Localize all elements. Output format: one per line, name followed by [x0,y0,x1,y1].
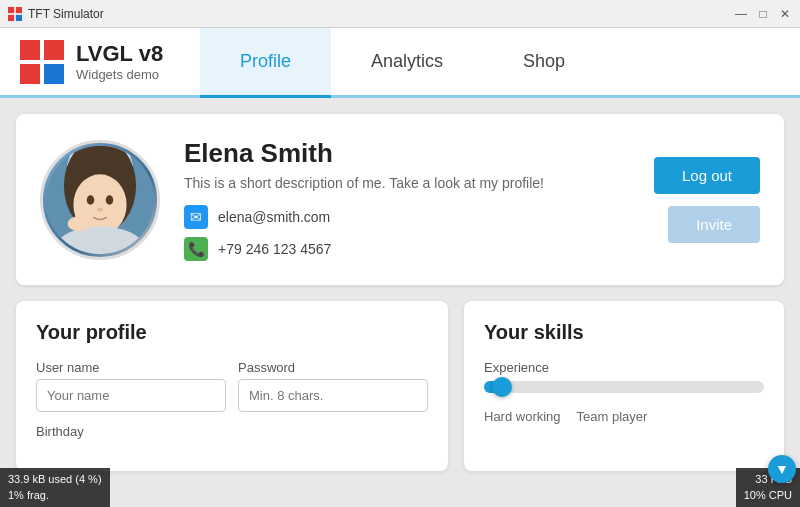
skills-title: Your skills [484,321,764,344]
logo-section: LVGL v8 Widgets demo [0,28,200,95]
profile-form-title: Your profile [36,321,428,344]
birthday-group: Birthday [36,424,428,439]
profile-actions: Log out Invite [654,157,760,243]
svg-rect-6 [20,64,40,84]
cpu-text: 10% CPU [744,488,792,503]
password-input[interactable] [238,379,428,412]
birthday-label: Birthday [36,424,428,439]
maximize-button[interactable]: □ [756,7,770,21]
experience-bar-container [484,381,764,393]
app-header: LVGL v8 Widgets demo Profile Analytics S… [0,28,800,98]
email-value: elena@smith.com [218,209,330,225]
minimize-button[interactable]: — [734,7,748,21]
experience-bar [484,381,506,393]
tab-profile[interactable]: Profile [200,28,331,98]
main-content: Elena Smith This is a short description … [0,98,800,507]
form-row-2: Birthday [36,424,428,439]
email-contact: ✉ elena@smith.com [184,205,630,229]
profile-info: Elena Smith This is a short description … [184,138,630,261]
title-bar: TFT Simulator — □ ✕ [0,0,800,28]
scroll-down-arrow[interactable]: ▼ [768,455,796,483]
phone-icon: 📞 [184,237,208,261]
title-bar-left: TFT Simulator [8,7,104,21]
username-group: User name [36,360,226,412]
skills-tags: Hard working Team player [484,409,764,424]
experience-label: Experience [484,360,764,375]
svg-point-16 [97,207,103,211]
logo-title: LVGL v8 [76,41,163,67]
logout-button[interactable]: Log out [654,157,760,194]
tab-shop[interactable]: Shop [483,28,605,98]
svg-rect-3 [16,14,22,20]
skill-tag-1: Hard working [484,409,561,424]
memory-text: 33.9 kB used (4 %) [8,472,102,487]
profile-card: Elena Smith This is a short description … [16,114,784,285]
phone-value: +79 246 123 4567 [218,241,331,257]
svg-rect-7 [44,64,64,84]
profile-contacts: ✉ elena@smith.com 📞 +79 246 123 4567 [184,205,630,261]
title-bar-text: TFT Simulator [28,7,104,21]
svg-point-15 [106,195,114,205]
phone-contact: 📞 +79 246 123 4567 [184,237,630,261]
svg-rect-5 [44,40,64,60]
avatar-container [40,140,160,260]
skill-tag-2: Team player [577,409,648,424]
svg-rect-4 [20,40,40,60]
avatar-image [43,140,157,260]
profile-description: This is a short description of me. Take … [184,175,630,191]
skills-card: Your skills Experience Hard working Team… [464,301,784,471]
app-icon [8,7,22,21]
profile-form-card: Your profile User name Password Birthday [16,301,448,471]
svg-rect-0 [8,7,14,13]
password-group: Password [238,360,428,412]
logo-text: LVGL v8 Widgets demo [76,41,163,82]
svg-point-14 [87,195,95,205]
svg-rect-2 [8,14,14,20]
invite-button[interactable]: Invite [668,206,760,243]
username-label: User name [36,360,226,375]
logo-icon [20,40,64,84]
svg-rect-1 [16,7,22,13]
password-label: Password [238,360,428,375]
close-button[interactable]: ✕ [778,7,792,21]
email-icon: ✉ [184,205,208,229]
svg-point-18 [68,216,91,231]
form-row-1: User name Password [36,360,428,412]
username-input[interactable] [36,379,226,412]
profile-name: Elena Smith [184,138,630,169]
logo-subtitle: Widgets demo [76,67,163,82]
tab-analytics[interactable]: Analytics [331,28,483,98]
tabs-container: Profile Analytics Shop [200,28,800,95]
bottom-cards: Your profile User name Password Birthday… [16,301,784,471]
title-bar-controls: — □ ✕ [734,7,792,21]
memory-status-bar: 33.9 kB used (4 %) 1% frag. [0,468,110,507]
avatar [40,140,160,260]
frag-text: 1% frag. [8,488,102,503]
